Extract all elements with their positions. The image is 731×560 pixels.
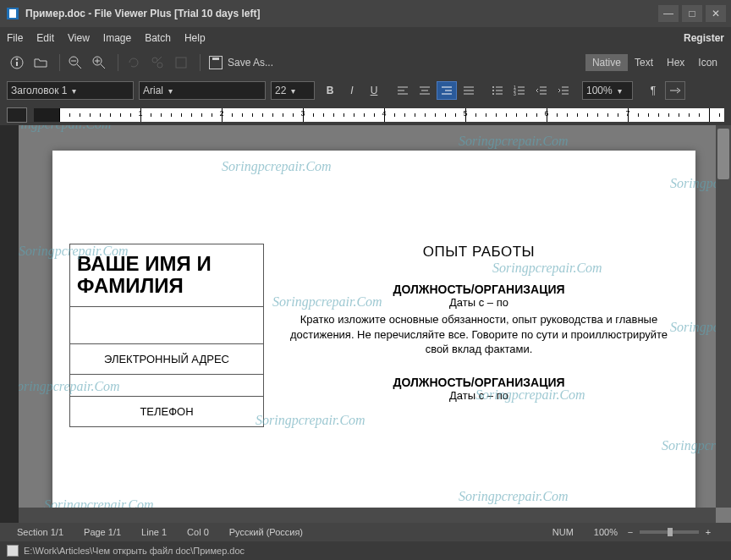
resize-icon[interactable] xyxy=(171,52,191,73)
resume-empty-cell[interactable] xyxy=(70,306,264,343)
menu-batch[interactable]: Batch xyxy=(145,32,171,44)
zoom-combo[interactable]: 100% ▾ xyxy=(582,81,633,100)
document-page[interactable]: ВАШЕ ИМЯ И ФАМИЛИЯ ЭЛЕКТРОННЫЙ АДРЕС ТЕЛ… xyxy=(52,151,695,523)
scrollbar-thumb[interactable] xyxy=(717,129,729,179)
title-bar: Пример.doc - File Viewer Plus [Trial 10 … xyxy=(0,0,731,27)
status-zoom-value: 100% xyxy=(594,527,618,537)
pilcrow-button[interactable]: ¶ xyxy=(643,81,663,100)
resume-phone-label[interactable]: ТЕЛЕФОН xyxy=(70,396,264,426)
save-as-button[interactable]: Save As... xyxy=(209,56,273,69)
horizontal-scrollbar[interactable] xyxy=(19,508,716,523)
svg-point-4 xyxy=(16,58,18,60)
role-dates[interactable]: Даты с – по xyxy=(279,389,679,402)
style-combo-value: Заголовок 1 xyxy=(11,85,67,96)
close-button[interactable]: ✕ xyxy=(706,5,726,22)
svg-rect-15 xyxy=(176,58,186,68)
italic-button[interactable]: I xyxy=(342,81,362,100)
zoom-in-icon[interactable] xyxy=(89,52,109,73)
status-page: Page 1/1 xyxy=(84,527,121,537)
role-heading[interactable]: ДОЛЖНОСТЬ/ОРГАНИЗАЦИЯ xyxy=(279,283,679,296)
status-bar: Section 1/1 Page 1/1 Line 1 Col 0 Русски… xyxy=(0,523,731,541)
chevron-down-icon: ▾ xyxy=(618,86,622,96)
indent-button[interactable] xyxy=(553,81,574,100)
bold-button[interactable]: B xyxy=(320,81,340,100)
window-title: Пример.doc - File Viewer Plus [Trial 10 … xyxy=(25,8,260,19)
document-icon xyxy=(7,545,19,557)
watermark-text: Soringpcrepair.Com xyxy=(19,125,112,132)
file-path: E:\Work\Articles\Чем открыть файл doc\Пр… xyxy=(24,546,245,556)
align-center-button[interactable] xyxy=(415,81,435,100)
status-col: Col 0 xyxy=(187,527,209,537)
vertical-ruler[interactable] xyxy=(0,125,19,523)
menu-bar: File Edit View Image Batch Help Register xyxy=(0,27,731,49)
view-tab-icon[interactable]: Icon xyxy=(691,54,724,71)
svg-rect-1 xyxy=(9,9,16,18)
zoom-out-icon[interactable] xyxy=(65,52,85,73)
zoom-minus-button[interactable]: − xyxy=(624,527,636,537)
register-link[interactable]: Register xyxy=(684,32,724,44)
status-line: Line 1 xyxy=(141,527,167,537)
info-icon[interactable] xyxy=(7,52,27,73)
bullet-list-button[interactable] xyxy=(487,81,508,100)
view-mode-tabs: Native Text Hex Icon xyxy=(585,54,724,71)
underline-button[interactable]: U xyxy=(364,81,384,100)
maximize-button[interactable]: □ xyxy=(682,5,702,22)
doc-right-column: ОПЫТ РАБОТЫ ДОЛЖНОСТЬ/ОРГАНИЗАЦИЯ Даты с… xyxy=(279,244,679,427)
floppy-icon xyxy=(209,56,223,69)
main-toolbar: Save As... Native Text Hex Icon xyxy=(0,49,731,76)
outdent-button[interactable] xyxy=(531,81,552,100)
role-dates[interactable]: Даты с – по xyxy=(279,296,679,309)
svg-point-28 xyxy=(492,86,494,88)
status-language: Русский (Россия) xyxy=(229,527,303,537)
zoom-plus-button[interactable]: + xyxy=(702,527,714,537)
view-tab-native[interactable]: Native xyxy=(585,54,628,71)
align-left-button[interactable] xyxy=(393,81,413,100)
minimize-button[interactable]: — xyxy=(658,5,679,22)
status-section: Section 1/1 xyxy=(17,527,63,537)
view-tab-hex[interactable]: Hex xyxy=(660,54,691,71)
refresh-icon[interactable] xyxy=(124,52,144,73)
align-right-button[interactable] xyxy=(437,81,457,100)
vertical-scrollbar[interactable] xyxy=(716,125,731,508)
crop-icon[interactable] xyxy=(147,52,168,73)
status-numlock: NUM xyxy=(552,527,574,537)
zoom-slider-knob[interactable] xyxy=(668,528,673,536)
resume-name-cell[interactable]: ВАШЕ ИМЯ И ФАМИЛИЯ xyxy=(70,244,264,307)
zoom-combo-value: 100% xyxy=(586,85,613,96)
open-folder-icon[interactable] xyxy=(30,52,51,73)
font-combo-value: Arial xyxy=(143,85,163,96)
font-combo[interactable]: Arial ▾ xyxy=(139,81,266,100)
resume-empty-cell[interactable] xyxy=(70,374,264,396)
role-description[interactable]: Кратко изложите основные обязанности, оп… xyxy=(279,312,679,357)
svg-point-30 xyxy=(492,90,494,91)
align-justify-button[interactable] xyxy=(459,81,479,100)
numbered-list-button[interactable]: 123 xyxy=(509,81,530,100)
menu-view[interactable]: View xyxy=(68,32,90,44)
chevron-down-icon: ▾ xyxy=(72,86,76,96)
role-heading[interactable]: ДОЛЖНОСТЬ/ОРГАНИЗАЦИЯ xyxy=(279,376,679,389)
doc-left-column: ВАШЕ ИМЯ И ФАМИЛИЯ ЭЛЕКТРОННЫЙ АДРЕС ТЕЛ… xyxy=(69,244,264,427)
view-tab-text[interactable]: Text xyxy=(628,54,660,71)
svg-text:3: 3 xyxy=(514,91,516,96)
menu-help[interactable]: Help xyxy=(184,32,206,44)
chevron-down-icon: ▾ xyxy=(168,86,173,96)
ruler-row: 1234567 xyxy=(0,105,731,125)
save-as-label: Save As... xyxy=(228,57,273,69)
tab-stop-selector[interactable] xyxy=(7,107,27,123)
format-toolbar: Заголовок 1 ▾ Arial ▾ 22 ▾ B I U 123 xyxy=(0,76,731,105)
chevron-down-icon: ▾ xyxy=(291,86,295,96)
ltr-direction-button[interactable] xyxy=(665,81,685,100)
app-window: Пример.doc - File Viewer Plus [Trial 10 … xyxy=(0,0,731,560)
menu-edit[interactable]: Edit xyxy=(36,32,54,44)
page-viewport[interactable]: ВАШЕ ИМЯ И ФАМИЛИЯ ЭЛЕКТРОННЫЙ АДРЕС ТЕЛ… xyxy=(19,125,731,523)
section-title-experience[interactable]: ОПЫТ РАБОТЫ xyxy=(279,244,679,261)
resume-email-label[interactable]: ЭЛЕКТРОННЫЙ АДРЕС xyxy=(70,343,264,374)
menu-file[interactable]: File xyxy=(7,32,23,44)
zoom-slider[interactable] xyxy=(640,530,699,534)
menu-image[interactable]: Image xyxy=(103,32,131,44)
svg-point-13 xyxy=(157,63,162,68)
font-size-combo[interactable]: 22 ▾ xyxy=(271,81,315,100)
font-size-value: 22 xyxy=(275,85,286,96)
horizontal-ruler[interactable]: 1234567 xyxy=(34,108,724,122)
style-combo[interactable]: Заголовок 1 ▾ xyxy=(7,81,134,100)
